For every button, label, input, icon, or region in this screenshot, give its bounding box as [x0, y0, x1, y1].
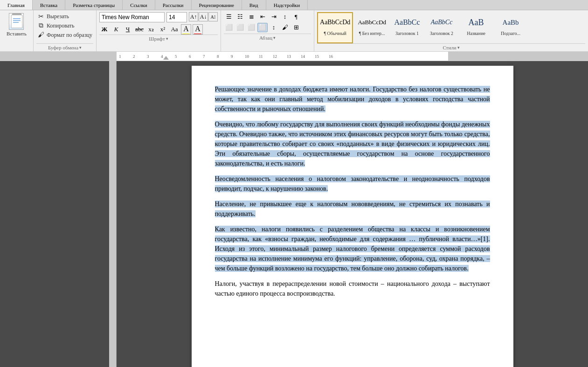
font-group: Times New Roman 14 A↑ A↓ A⃝ Ж К Ч abc x₂…	[97, 10, 221, 51]
tab-insert[interactable]: Вставка	[33, 0, 65, 10]
tab-page-layout[interactable]: Разметка страницы	[65, 0, 123, 10]
cut-button[interactable]: ✂ Вырезать	[36, 12, 93, 21]
style-normal[interactable]: AaBbCcDd ¶ Обычный	[317, 12, 353, 43]
para6-text: Налоги, участвуя в перераспределении нов…	[215, 280, 490, 297]
vertical-ruler[interactable]	[109, 61, 117, 367]
copy-button[interactable]: ⧉ Копировать	[36, 21, 93, 30]
style-subtitle[interactable]: AaBb Подзаго...	[494, 12, 527, 43]
tab-review[interactable]: Рецензирование	[192, 0, 242, 10]
tab-home[interactable]: Главная	[0, 0, 33, 10]
svg-text:13: 13	[287, 54, 291, 59]
tab-mailings[interactable]: Рассылки	[155, 0, 192, 10]
underline-button[interactable]: Ч	[123, 24, 133, 35]
paragraph-6[interactable]: Налоги, участвуя в перераспределении нов…	[215, 279, 490, 298]
svg-text:15: 15	[315, 54, 319, 59]
style-no-spacing[interactable]: AaBbCcDd ¶ Без интер...	[355, 12, 389, 43]
svg-text:8: 8	[217, 54, 219, 59]
paragraph-2[interactable]: Очевидно, что любому государству для вып…	[215, 119, 490, 168]
styles-row: AaBbCcDd ¶ Обычный AaBbCcDd ¶ Без интер.…	[317, 12, 585, 43]
font-size-select[interactable]: 14	[166, 12, 187, 22]
align-right-button[interactable]: ⬜	[246, 23, 256, 32]
styles-expand-icon[interactable]: ▾	[457, 45, 460, 50]
styles-group: AaBbCcDd ¶ Обычный AaBbCcDd ¶ Без интер.…	[314, 10, 588, 51]
ruler-left-margin	[0, 52, 117, 61]
shading-button[interactable]: 🖌	[280, 23, 290, 32]
format-painter-icon: 🖌	[37, 31, 45, 39]
superscript-button[interactable]: x²	[158, 24, 168, 35]
para4-text: Население, не привыкшее еще к налоговым …	[215, 201, 490, 217]
para3-text: Неосведомленность населения о налоговом …	[215, 175, 490, 192]
font-row2: Ж К Ч abc x₂ x² Аа А А	[99, 24, 218, 35]
decrease-indent-button[interactable]: ⇤	[257, 12, 268, 21]
page-area: Решающее значение в доходах бюджета имею…	[0, 61, 588, 367]
style-subtitle-label: Подзаго...	[501, 31, 520, 36]
svg-rect-2	[13, 18, 21, 19]
paste-button[interactable]: Вставить	[4, 12, 29, 37]
increase-font-size-button[interactable]: A↑	[189, 12, 198, 21]
svg-text:2: 2	[133, 54, 135, 59]
tab-addins[interactable]: Надстройки	[266, 0, 308, 10]
paragraph-1[interactable]: Решающее значение в доходах бюджета имею…	[215, 84, 490, 114]
clipboard-expand-icon[interactable]: ▾	[79, 45, 82, 50]
paragraph-4[interactable]: Население, не привыкшее еще к налоговым …	[215, 199, 490, 219]
highlight-color-button[interactable]: А	[181, 24, 191, 35]
tab-view[interactable]: Вид	[242, 0, 266, 10]
font-expand-icon[interactable]: ▾	[166, 36, 168, 41]
paragraph-3[interactable]: Неосведомленность населения о налоговом …	[215, 174, 490, 194]
svg-text:16: 16	[329, 54, 333, 59]
style-heading2[interactable]: AaBbCc Заголовок 2	[425, 12, 458, 43]
multilevel-list-button[interactable]: ≣	[246, 12, 256, 21]
style-heading1-label: Заголовок 1	[395, 31, 419, 36]
paragraph-5[interactable]: Как известно, налоги появились с разделе…	[215, 224, 490, 273]
style-title-preview: AaB	[469, 14, 484, 31]
style-title[interactable]: AaB Название	[460, 12, 492, 43]
subscript-button[interactable]: x₂	[146, 24, 156, 35]
change-case-button[interactable]: Аа	[169, 24, 180, 35]
numbering-button[interactable]: ☷	[235, 12, 245, 21]
para-row2: ⬜ ⬜ ⬜ ⬜ ↕ 🖌 ⊞	[224, 23, 311, 32]
tab-references[interactable]: Ссылки	[123, 0, 155, 10]
decrease-font-size-button[interactable]: A↓	[199, 12, 208, 21]
svg-text:1: 1	[119, 54, 121, 59]
svg-rect-4	[13, 22, 19, 23]
borders-button[interactable]: ⊞	[291, 23, 301, 32]
ruler-active-area: 1 2 3 4 5 6 7 8 9 10 11 12 13 14 15 16	[117, 52, 448, 61]
svg-text:10: 10	[245, 54, 249, 59]
para-expand-icon[interactable]: ▾	[273, 35, 276, 40]
paste-icon	[9, 13, 24, 30]
line-spacing-button[interactable]: ↕	[269, 23, 279, 32]
bold-button[interactable]: Ж	[99, 24, 110, 35]
svg-text:6: 6	[189, 54, 191, 59]
align-left-button[interactable]: ⬜	[224, 23, 234, 32]
show-marks-button[interactable]: ¶	[291, 12, 301, 21]
strikethrough-button[interactable]: abc	[134, 24, 145, 35]
style-heading1-preview: AaBbCc	[394, 14, 420, 31]
bullets-button[interactable]: ☰	[224, 12, 234, 21]
font-color-line	[194, 34, 201, 34]
ribbon-content: Вставить ✂ Вырезать ⧉ Копировать 🖌 Форма…	[0, 10, 588, 51]
style-subtitle-preview: AaBb	[503, 14, 519, 31]
para-row1: ☰ ☷ ≣ ⇤ ⇥ ↕ ¶	[224, 12, 311, 21]
format-painter-button[interactable]: 🖌 Формат по образцу	[36, 31, 93, 39]
para-group-label: Абзац ▾	[224, 34, 311, 42]
svg-text:9: 9	[231, 54, 233, 59]
clipboard-buttons: ✂ Вырезать ⧉ Копировать 🖌 Формат по обра…	[36, 12, 93, 43]
page-container[interactable]: Решающее значение в доходах бюджета имею…	[117, 61, 588, 367]
style-heading1[interactable]: AaBbCc Заголовок 1	[391, 12, 423, 43]
copy-icon: ⧉	[37, 22, 45, 29]
increase-indent-button[interactable]: ⇥	[269, 12, 279, 21]
align-center-button[interactable]: ⬜	[235, 23, 245, 32]
style-normal-label: ¶ Обычный	[324, 31, 346, 36]
justify-button[interactable]: ⬜	[257, 23, 268, 32]
svg-text:4: 4	[161, 54, 163, 59]
style-heading2-label: Заголовок 2	[430, 31, 453, 36]
style-normal-preview: AaBbCcDd	[320, 14, 350, 31]
style-title-label: Название	[467, 31, 485, 36]
clear-formatting-button[interactable]: A⃝	[208, 12, 218, 21]
font-color-button[interactable]: А	[193, 24, 203, 35]
italic-button[interactable]: К	[111, 24, 121, 35]
sort-button[interactable]: ↕	[280, 12, 290, 21]
font-name-select[interactable]: Times New Roman	[99, 12, 165, 22]
clipboard-label: Буфер обмена ▾	[36, 43, 93, 51]
ruler[interactable]: 1 2 3 4 5 6 7 8 9 10 11 12 13 14 15 16	[0, 52, 588, 61]
